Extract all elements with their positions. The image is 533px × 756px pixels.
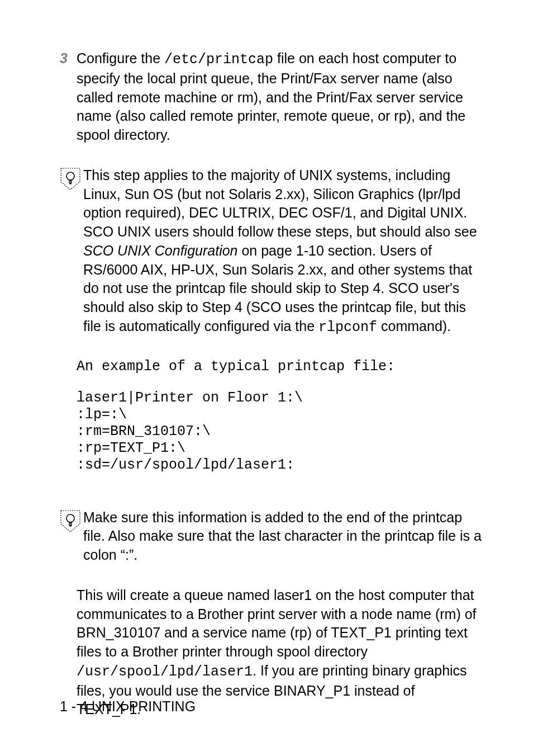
step-number: 3 [60,49,77,145]
code-label: An example of a typical printcap file: [77,358,483,375]
code-block: laser1|Printer on Floor 1:\ :lp=:\ :rm=B… [77,390,483,474]
svg-point-1 [66,172,74,180]
page: 3 Configure the /etc/printcap file on ea… [0,0,533,756]
page-footer: 1 - 4 UNIX PRINTING [60,698,196,715]
lightbulb-icon [60,166,83,191]
lightbulb-icon [60,508,83,533]
note-1: This step applies to the majority of UNI… [60,166,483,337]
svg-point-5 [66,514,74,522]
step-3: 3 Configure the /etc/printcap file on ea… [60,49,483,145]
svg-marker-0 [61,168,80,190]
svg-marker-4 [61,511,80,532]
step-body: Configure the /etc/printcap file on each… [77,49,483,145]
note-2-body: Make sure this information is added to t… [83,508,483,565]
note-1-body: This step applies to the majority of UNI… [83,166,483,337]
note-2: Make sure this information is added to t… [60,508,483,565]
